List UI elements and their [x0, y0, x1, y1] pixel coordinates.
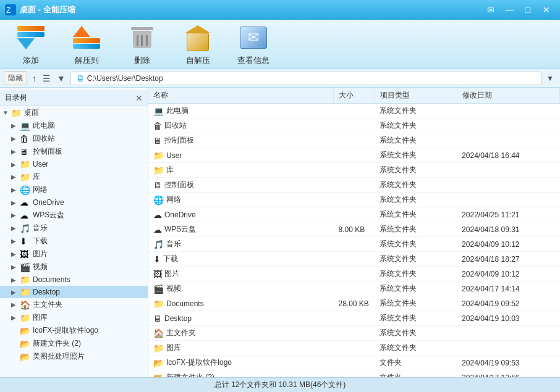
- table-row[interactable]: 📁图库系统文件夹: [148, 341, 560, 356]
- table-row[interactable]: 📁库系统文件夹: [148, 163, 560, 178]
- file-type: 系统文件夹: [375, 252, 457, 267]
- file-icon: 💻: [153, 106, 164, 116]
- sidebar-item-pictures[interactable]: ▶🖼图片: [0, 248, 148, 261]
- sidebar-item-newfolder[interactable]: 📂新建文件夹 (2): [0, 337, 148, 350]
- close-btn[interactable]: ✕: [538, 3, 555, 17]
- file-size: [333, 370, 375, 378]
- add-button[interactable]: 添加: [12, 23, 49, 66]
- file-size: [333, 326, 375, 341]
- table-row[interactable]: 🖥控制面板系统文件夹: [148, 178, 560, 193]
- col-date[interactable]: 修改日期: [457, 88, 559, 104]
- table-row[interactable]: ☁OneDrive系统文件夹2022/04/25 11:21: [148, 207, 560, 222]
- expand-icon: ▶: [11, 122, 20, 129]
- sidebar-header: 目录树 ✕: [0, 90, 148, 106]
- table-row[interactable]: 🗑回收站系统文件夹: [148, 119, 560, 133]
- sidebar-item-wps[interactable]: ▶☁WPS云盘: [0, 209, 148, 222]
- nav-list-button[interactable]: ☰: [40, 72, 53, 85]
- sidebar-item-music[interactable]: ▶🎵音乐: [0, 222, 148, 235]
- col-size[interactable]: 大小: [333, 88, 375, 104]
- sidebar-close-btn[interactable]: ✕: [135, 93, 143, 103]
- maximize-btn[interactable]: □: [519, 3, 537, 17]
- file-icon: 📁: [153, 165, 164, 175]
- sidebar-item-recycle[interactable]: ▶🗑回收站: [0, 132, 148, 145]
- file-size: [333, 341, 375, 356]
- nav-up-button[interactable]: ↑: [30, 72, 39, 85]
- file-size: [333, 281, 375, 296]
- extract-button[interactable]: 解压到: [68, 23, 105, 66]
- path-dropdown-btn[interactable]: ▼: [544, 73, 556, 84]
- file-name: OneDrive: [164, 211, 196, 219]
- table-row[interactable]: 📂新建文件夹 (2)文件夹2024/04/17 13:56: [148, 370, 560, 378]
- delete-button[interactable]: 删除: [124, 23, 161, 66]
- file-name: 新建文件夹 (2): [166, 372, 214, 377]
- sidebar-item-videos[interactable]: ▶🎬视频: [0, 261, 148, 273]
- nav-dropdown-button[interactable]: ▼: [54, 72, 68, 85]
- file-type: 系统文件夹: [375, 267, 457, 281]
- tree-item-label: 回收站: [33, 133, 55, 144]
- hide-button[interactable]: 隐藏: [4, 71, 27, 85]
- table-row[interactable]: 🎬视频系统文件夹2024/04/17 14:14: [148, 281, 560, 296]
- col-name[interactable]: 名称: [148, 88, 333, 104]
- selfextract-button[interactable]: 自解压: [179, 23, 216, 66]
- file-size: 8.00 KB: [333, 222, 375, 237]
- sidebar-item-desktop2[interactable]: ▶📁Desktop: [0, 286, 148, 298]
- minimize-btn[interactable]: —: [501, 3, 518, 17]
- sidebar-item-controlpanel[interactable]: ▶🖥控制面板: [0, 145, 148, 158]
- file-size: [333, 163, 375, 178]
- table-row[interactable]: 🌐网络系统文件夹: [148, 193, 560, 207]
- tree-item-label: Desktop: [33, 288, 60, 296]
- expand-icon: ▶: [11, 251, 20, 257]
- table-row[interactable]: ⬇下载系统文件夹2024/04/18 18:27: [148, 252, 560, 267]
- sidebar-item-network[interactable]: ▶🌐网络: [0, 183, 148, 196]
- tree-item-label: Documents: [33, 275, 70, 284]
- table-row[interactable]: ☁WPS云盘8.00 KB系统文件夹2024/04/18 09:31: [148, 222, 560, 237]
- table-row[interactable]: 💻此电脑系统文件夹: [148, 104, 560, 119]
- table-row[interactable]: 📂IcoFX-提取软件logo文件夹2024/04/19 09:53: [148, 356, 560, 370]
- sidebar-item-thispc[interactable]: ▶💻此电脑: [0, 119, 148, 132]
- email-btn[interactable]: ✉: [482, 3, 499, 17]
- folder-icon: 🎬: [20, 262, 31, 272]
- file-type: 系统文件夹: [375, 163, 457, 178]
- svg-text:Z: Z: [6, 6, 11, 15]
- sidebar-item-meitu[interactable]: 📂美图批处理照片: [0, 350, 148, 363]
- table-row[interactable]: 📁User系统文件夹2024/04/18 16:44: [148, 148, 560, 163]
- file-icon: 🖥: [153, 314, 162, 323]
- sidebar-item-desktop[interactable]: ▼📁桌面: [0, 106, 148, 119]
- table-row[interactable]: 🖥控制面板系统文件夹: [148, 133, 560, 148]
- info-button[interactable]: 查看信息: [235, 23, 272, 66]
- expand-icon: ▶: [11, 289, 20, 296]
- col-type[interactable]: 项目类型: [375, 88, 457, 104]
- table-row[interactable]: 🎵音乐系统文件夹2024/04/09 10:12: [148, 237, 560, 252]
- sidebar-item-piclib[interactable]: ▶📁图库: [0, 311, 148, 324]
- file-icon: 📁: [153, 299, 164, 309]
- table-row[interactable]: 🏠主文件夹系统文件夹: [148, 326, 560, 341]
- file-name-cell: 🖥控制面板: [148, 133, 333, 148]
- path-bar[interactable]: 🖥 C:\Users\User\Desktop: [70, 72, 541, 85]
- sidebar-item-home[interactable]: ▶🏠主文件夹: [0, 298, 148, 311]
- folder-icon: 💻: [20, 121, 31, 131]
- file-name-cell: 🎵音乐: [148, 237, 333, 252]
- file-name-cell: 🖥Desktop: [148, 311, 333, 326]
- file-date: 2024/04/18 16:44: [457, 148, 559, 163]
- sidebar-item-icofx[interactable]: 📂IcoFX-提取软件logo: [0, 324, 148, 337]
- sidebar-item-downloads[interactable]: ▶⬇下载: [0, 235, 148, 248]
- sidebar-item-onedrive[interactable]: ▶☁OneDrive: [0, 196, 148, 209]
- file-name: Documents: [166, 299, 204, 308]
- folder-icon: ⬇: [20, 236, 31, 246]
- file-date: 2024/04/19 09:52: [457, 296, 559, 311]
- sidebar-item-user[interactable]: ▶📁User: [0, 158, 148, 170]
- addressbar: 隐藏 ↑ ☰ ▼ 🖥 C:\Users\User\Desktop ▼: [0, 69, 560, 88]
- sidebar-item-library[interactable]: ▶📁库: [0, 170, 148, 183]
- tree-item-label: 网络: [33, 185, 48, 195]
- table-row[interactable]: 📁Documents28.00 KB系统文件夹2024/04/19 09:52: [148, 296, 560, 311]
- table-row[interactable]: 🖥Desktop系统文件夹2024/04/19 10:03: [148, 311, 560, 326]
- filelist: 名称 大小 项目类型 修改日期 💻此电脑系统文件夹🗑回收站系统文件夹🖥控制面板系…: [148, 88, 560, 377]
- folder-icon: 📂: [20, 326, 31, 336]
- file-date: [457, 341, 559, 356]
- file-name-cell: 📁Documents: [148, 296, 333, 311]
- sidebar-item-documents[interactable]: ▶📁Documents: [0, 273, 148, 286]
- file-name: 主文件夹: [166, 328, 196, 338]
- expand-icon: ▶: [11, 135, 20, 142]
- file-name: 图库: [166, 343, 181, 353]
- table-row[interactable]: 🖼图片系统文件夹2024/04/09 10:12: [148, 267, 560, 281]
